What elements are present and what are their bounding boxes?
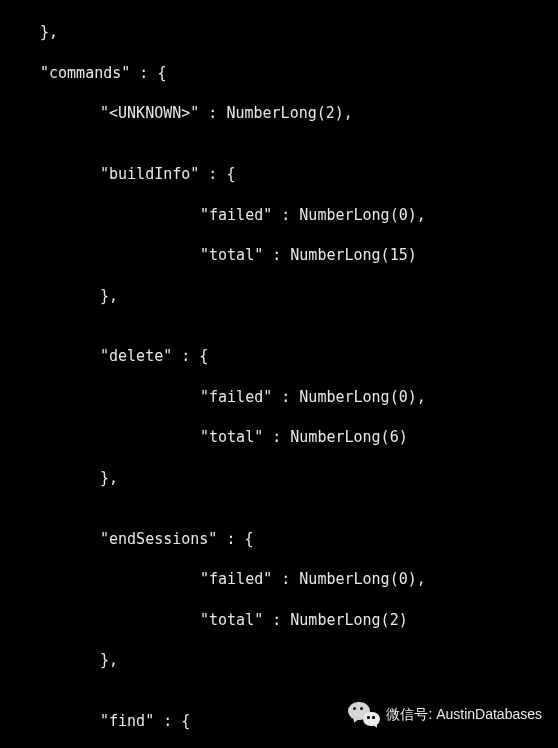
brace-close: }, — [0, 286, 558, 306]
brace-close: }, — [0, 650, 558, 670]
entry-buildInfo-failed: "failed" : NumberLong(0), — [0, 205, 558, 225]
entry-endSessions-open: "endSessions" : { — [0, 529, 558, 549]
entry-endSessions-failed: "failed" : NumberLong(0), — [0, 569, 558, 589]
entry-endSessions-total: "total" : NumberLong(2) — [0, 610, 558, 630]
commands-open: "commands" : { — [0, 63, 558, 83]
entry-unknown: "<UNKNOWN>" : NumberLong(2), — [0, 103, 558, 123]
entry-delete-failed: "failed" : NumberLong(0), — [0, 387, 558, 407]
json-output: }, "commands" : { "<UNKNOWN>" : NumberLo… — [0, 0, 558, 748]
entry-delete-total: "total" : NumberLong(6) — [0, 427, 558, 447]
entry-find-open: "find" : { — [0, 711, 558, 731]
entry-delete-open: "delete" : { — [0, 346, 558, 366]
entry-buildInfo-total: "total" : NumberLong(15) — [0, 245, 558, 265]
brace-close: }, — [0, 468, 558, 488]
entry-buildInfo-open: "buildInfo" : { — [0, 164, 558, 184]
brace-close: }, — [0, 22, 558, 42]
